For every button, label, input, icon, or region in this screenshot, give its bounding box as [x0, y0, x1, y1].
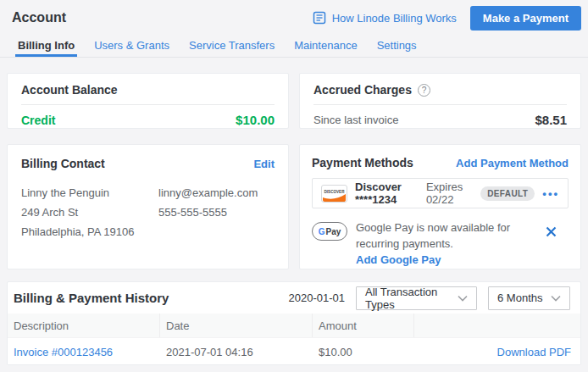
billing-history-filters: 2020-01-01 All Transaction Types 6 Month…	[289, 286, 571, 310]
billing-page: Account How Linode Billing Works Make a …	[0, 0, 588, 372]
billing-contact-title: Billing Contact	[21, 157, 105, 170]
chevron-down-icon	[458, 295, 468, 302]
top-bar-actions: How Linode Billing Works Make a Payment	[313, 6, 581, 31]
transaction-type-value: All Transaction Types	[365, 286, 451, 311]
contact-comms-column: linny@example.com 555-555-5555	[158, 183, 258, 242]
billing-history-card: Billing & Payment History 2020-01-01 All…	[7, 281, 581, 365]
contact-address-line2: Philadelphia, PA 19106	[21, 222, 158, 242]
column-header-description[interactable]: Description	[8, 314, 160, 337]
billing-docs-link-label: How Linode Billing Works	[332, 12, 457, 25]
tab-billing-info[interactable]: Billing Info	[15, 36, 77, 57]
invoice-amount: $10.00	[313, 346, 414, 358]
history-table-header: Description Date Amount	[8, 314, 580, 337]
make-a-payment-button[interactable]: Make a Payment	[470, 6, 581, 31]
chevron-down-icon	[551, 295, 561, 302]
contact-address-line1: 249 Arch St	[21, 203, 158, 222]
billing-history-title: Billing & Payment History	[14, 291, 169, 305]
top-bar: Account How Linode Billing Works Make a …	[0, 0, 588, 36]
payment-methods-header: Payment Methods Add Payment Method	[312, 156, 569, 169]
contact-address-column: Linny the Penguin 249 Arch St Philadelph…	[21, 183, 158, 242]
tab-settings[interactable]: Settings	[374, 36, 419, 57]
invoice-link[interactable]: Invoice #000123456	[8, 346, 160, 358]
google-pay-icon: G Pay	[312, 222, 347, 241]
add-payment-method-button[interactable]: Add Payment Method	[456, 157, 569, 169]
payment-method-row: DISCOVER Discover ****1234 Expires 02/22…	[312, 178, 569, 208]
accrued-charges-title: Accrued Charges	[313, 83, 412, 97]
add-google-pay-link[interactable]: Add Google Pay	[356, 252, 537, 268]
document-icon	[313, 11, 326, 25]
balance-amount: $10.00	[236, 113, 275, 127]
discover-card-icon: DISCOVER	[321, 185, 347, 203]
account-balance-card: Account Balance Credit $10.00	[7, 73, 289, 129]
google-pay-notice-row: G Pay Google Pay is now available for re…	[312, 219, 569, 268]
column-header-amount[interactable]: Amount	[313, 314, 414, 337]
billing-docs-link[interactable]: How Linode Billing Works	[313, 11, 457, 25]
divider	[313, 104, 567, 105]
tab-users-grants[interactable]: Users & Grants	[92, 36, 172, 57]
column-header-date[interactable]: Date	[160, 314, 313, 337]
tab-maintenance[interactable]: Maintenance	[291, 36, 359, 57]
accrued-charges-card: Accrued Charges ? Since last invoice $8.…	[299, 73, 581, 129]
balance-label: Credit	[21, 114, 55, 127]
payment-method-menu-button[interactable]: •••	[542, 187, 559, 200]
column-header-actions	[414, 314, 580, 337]
payment-method-expiry: Expires 02/22	[426, 180, 473, 206]
account-tabs: Billing Info Users & Grants Service Tran…	[0, 36, 588, 58]
payment-method-label: Discover ****1234	[355, 180, 419, 206]
accrued-label: Since last invoice	[313, 114, 398, 126]
svg-text:DISCOVER: DISCOVER	[325, 190, 346, 194]
tab-service-transfers[interactable]: Service Transfers	[186, 36, 277, 57]
billing-contact-header: Billing Contact Edit	[21, 157, 275, 170]
account-balance-row: Credit $10.00	[21, 113, 275, 127]
close-icon[interactable]	[546, 226, 557, 237]
edit-contact-button[interactable]: Edit	[253, 158, 275, 170]
billing-contact-details: Linny the Penguin 249 Arch St Philadelph…	[21, 183, 275, 242]
table-row: Invoice #000123456 2021-07-01 04:16 $10.…	[8, 337, 580, 365]
divider	[21, 104, 275, 105]
download-pdf-link[interactable]: Download PDF	[497, 346, 571, 358]
account-balance-title: Account Balance	[21, 83, 275, 97]
payment-methods-card: Payment Methods Add Payment Method DISCO…	[299, 144, 581, 269]
google-pay-notice: Google Pay is now available for recurrin…	[356, 219, 537, 268]
transaction-range-value: 6 Months	[497, 291, 542, 304]
invoice-actions: Download PDF	[414, 346, 580, 358]
accrued-charges-row: Since last invoice $8.51	[313, 113, 567, 127]
accrued-charges-header: Accrued Charges ?	[313, 83, 567, 97]
billing-contact-card: Billing Contact Edit Linny the Penguin 2…	[7, 144, 289, 269]
page-title: Account	[12, 10, 66, 25]
billing-history-header: Billing & Payment History 2020-01-01 All…	[8, 282, 580, 314]
transaction-type-select[interactable]: All Transaction Types	[356, 286, 477, 310]
contact-name: Linny the Penguin	[21, 183, 158, 203]
default-badge: DEFAULT	[480, 186, 535, 201]
transaction-date-field[interactable]: 2020-01-01	[289, 291, 346, 304]
help-icon[interactable]: ?	[418, 84, 430, 97]
transaction-range-select[interactable]: 6 Months	[488, 286, 570, 310]
accrued-amount: $8.51	[535, 113, 567, 127]
contact-phone: 555-555-5555	[158, 203, 258, 222]
google-pay-notice-text: Google Pay is now available for recurrin…	[356, 219, 537, 252]
contact-email: linny@example.com	[158, 183, 258, 203]
payment-methods-title: Payment Methods	[312, 156, 413, 169]
invoice-date: 2021-07-01 04:16	[160, 346, 313, 358]
